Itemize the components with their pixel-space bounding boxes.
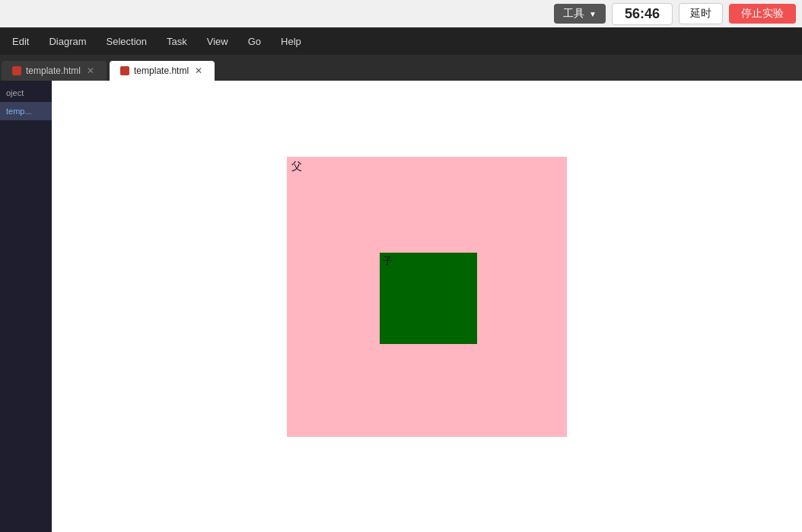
tools-label: 工具 <box>563 7 584 21</box>
main-layout: oject temp... 父 子 <box>0 81 802 532</box>
tab-label-1: template.html <box>26 65 81 76</box>
child-box[interactable]: 子 <box>380 253 477 344</box>
tab-icon-2 <box>120 66 129 75</box>
stop-button[interactable]: 停止实验 <box>729 4 796 24</box>
tab-2[interactable]: template.html ✕ <box>110 61 215 81</box>
sidebar-item-project[interactable]: oject <box>0 84 52 102</box>
tab-bar: template.html ✕ template.html ✕ <box>0 55 802 81</box>
extend-button[interactable]: 延时 <box>679 3 723 24</box>
tools-button[interactable]: 工具 ▼ <box>554 4 606 24</box>
tab-icon-1 <box>12 66 21 75</box>
child-label: 子 <box>383 254 393 268</box>
menu-selection[interactable]: Selection <box>97 33 156 50</box>
tab-label-2: template.html <box>134 65 189 76</box>
tab-close-2[interactable]: ✕ <box>193 65 204 76</box>
chevron-down-icon: ▼ <box>589 10 597 18</box>
sidebar-item-temp[interactable]: temp... <box>0 102 52 120</box>
tab-1[interactable]: template.html ✕ <box>2 61 107 81</box>
editor-area: 父 子 <box>52 81 802 532</box>
parent-label: 父 <box>291 160 302 174</box>
sidebar: oject temp... <box>0 81 52 532</box>
menu-bar: Edit Diagram Selection Task View Go Help <box>0 27 802 55</box>
menu-edit[interactable]: Edit <box>3 33 38 50</box>
menu-diagram[interactable]: Diagram <box>40 33 95 50</box>
parent-box[interactable]: 父 子 <box>287 157 567 437</box>
menu-view[interactable]: View <box>198 33 237 50</box>
menu-go[interactable]: Go <box>239 33 270 50</box>
menu-help[interactable]: Help <box>272 33 310 50</box>
menu-task[interactable]: Task <box>158 33 196 50</box>
timer-display: 56:46 <box>612 3 673 25</box>
top-bar: 工具 ▼ 56:46 延时 停止实验 <box>0 0 802 27</box>
tab-close-1[interactable]: ✕ <box>85 65 96 76</box>
canvas-preview: 父 子 <box>287 157 567 437</box>
